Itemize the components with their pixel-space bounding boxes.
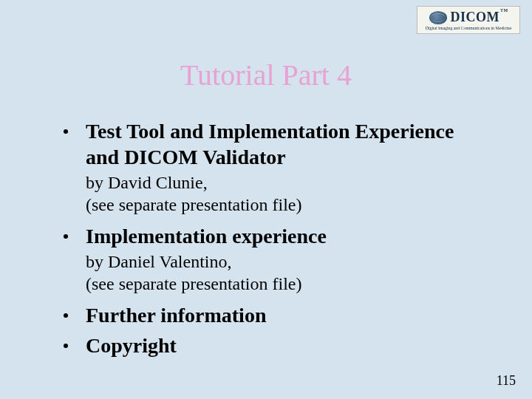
bullet-heading: Test Tool and Implementation Experience … [86, 118, 488, 170]
bullet-heading: Copyright [86, 332, 177, 358]
bullet-item: Copyright [64, 332, 488, 358]
bullet-dot-icon [64, 129, 68, 134]
bullet-heading: Further information [86, 302, 266, 328]
bullet-dot-icon [64, 344, 68, 348]
logo-brand: DICOM [450, 10, 499, 24]
bullet-subtext: by Daniel Valentino, (see separate prese… [86, 250, 488, 295]
dicom-logo: DICOMTM Digital Imaging and Communicatio… [417, 6, 520, 34]
bullet-item: Further information [64, 302, 488, 328]
globe-icon [429, 11, 447, 24]
logo-brand-text: DICOMTM [450, 10, 507, 25]
logo-tagline: Digital Imaging and Communications in Me… [426, 26, 512, 30]
bullet-heading: Implementation experience [86, 223, 327, 249]
bullet-dot-icon [64, 313, 68, 318]
bullet-dot-icon [64, 234, 68, 239]
logo-top-row: DICOMTM [429, 10, 507, 25]
bullet-subtext: by David Clunie, (see separate presentat… [86, 171, 488, 216]
bullet-item: Test Tool and Implementation Experience … [64, 118, 488, 170]
bullet-item: Implementation experience [64, 223, 488, 249]
page-number: 115 [497, 373, 516, 389]
slide-content: Test Tool and Implementation Experience … [64, 118, 488, 360]
logo-tm: TM [500, 8, 508, 13]
slide-title: Tutorial Part 4 [0, 58, 532, 92]
